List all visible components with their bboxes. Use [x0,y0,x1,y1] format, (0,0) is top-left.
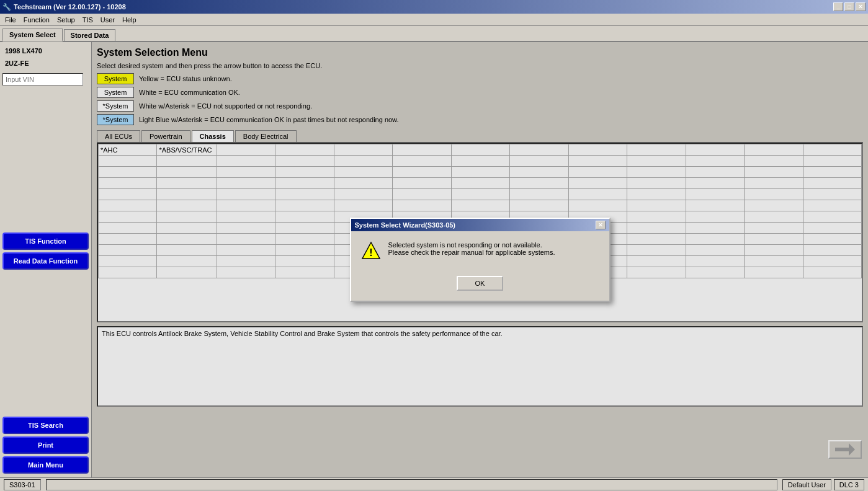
read-data-button[interactable]: Read Data Function [2,252,89,270]
content-area: System Selection Menu Select desired sys… [92,42,868,477]
app-title: Techstream (Ver 12.00.127) - 10208 [14,3,126,11]
menu-user[interactable]: User [97,15,119,25]
dialog-title: System Select Wizard(S303-05) [355,221,456,229]
svg-text:!: ! [369,247,372,258]
main-menu-button[interactable]: Main Menu [2,456,89,474]
menu-help[interactable]: Help [119,15,140,25]
app-icon: 🔧 [2,3,11,11]
menu-tis[interactable]: TIS [79,15,97,25]
dialog-message-line2: Please check the repair manual for appli… [388,249,555,256]
dialog-buttons: OK [351,271,609,301]
dialog-message: Selected system is not responding or not… [388,241,555,256]
print-button[interactable]: Print [2,436,89,454]
main-layout: 1998 LX470 2UZ-FE TIS Function Read Data… [0,42,868,477]
dialog-content: ! Selected system is not responding or n… [351,231,609,271]
tis-function-button[interactable]: TIS Function [2,232,89,250]
minimize-button[interactable]: _ [833,2,843,11]
dialog-overlay: System Select Wizard(S303-05) ✕ ! Select… [92,42,868,477]
tab-stored-data[interactable]: Stored Data [64,29,116,41]
status-user: Default User [782,479,831,490]
dialog-message-line1: Selected system is not responding or not… [388,241,555,249]
warning-icon: ! [361,241,381,261]
menu-file[interactable]: File [1,15,20,25]
dialog-title-bar: System Select Wizard(S303-05) ✕ [351,219,609,231]
status-bar: S303-01 Default User DLC 3 [0,477,868,491]
vehicle-engine: 2UZ-FE [2,58,89,68]
tis-search-button[interactable]: TIS Search [2,417,89,434]
vehicle-model: 1998 LX470 [2,46,89,56]
status-dlc: DLC 3 [834,479,864,490]
dialog: System Select Wizard(S303-05) ✕ ! Select… [350,218,611,302]
vin-input[interactable] [2,73,83,86]
menu-bar: File Function Setup TIS User Help [0,14,868,26]
dialog-ok-button[interactable]: OK [457,276,504,291]
status-right: Default User DLC 3 [782,479,864,490]
close-button[interactable]: ✕ [856,2,866,11]
tab-bar: System Select Stored Data [0,26,868,42]
maximize-button[interactable]: □ [844,2,854,11]
status-code: S303-01 [4,479,41,490]
menu-setup[interactable]: Setup [53,15,79,25]
sidebar: 1998 LX470 2UZ-FE TIS Function Read Data… [0,42,92,477]
menu-function[interactable]: Function [20,15,53,25]
tab-system-select[interactable]: System Select [2,29,63,42]
dialog-close-button[interactable]: ✕ [596,221,606,229]
title-bar: 🔧 Techstream (Ver 12.00.127) - 10208 _ □… [0,0,868,14]
title-bar-left: 🔧 Techstream (Ver 12.00.127) - 10208 [2,3,126,11]
status-empty [46,479,777,490]
title-bar-controls[interactable]: _ □ ✕ [833,2,866,11]
